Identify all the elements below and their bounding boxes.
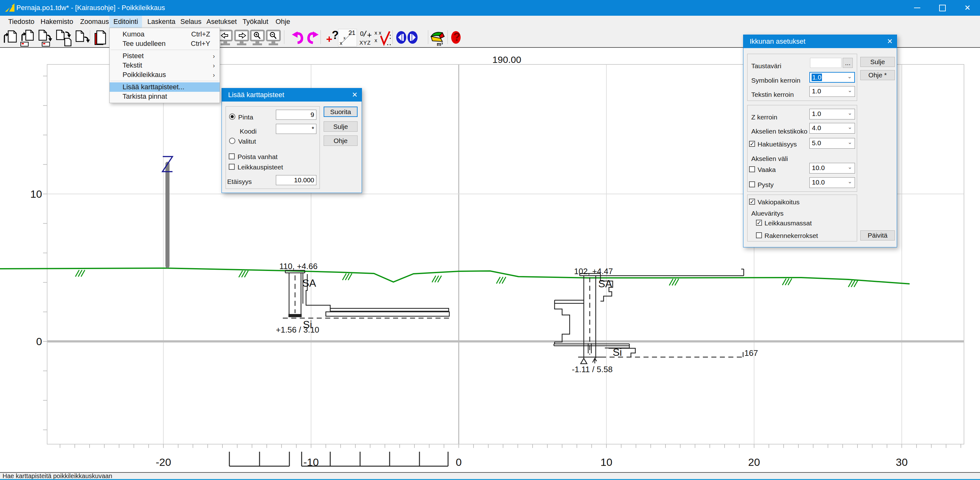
koodi-input[interactable]: * [276, 124, 317, 134]
akselien-tekstikoko-combo[interactable]: 4.0⌄ [810, 123, 855, 134]
submenu-arrow-icon: › [213, 70, 215, 80]
dialog-title[interactable]: Lisää karttapisteet [222, 88, 362, 102]
menu-item-tekstit[interactable]: Tekstit› [110, 61, 220, 70]
menu-työkalut[interactable]: Työkalut [239, 16, 272, 28]
svg-text:20: 20 [748, 456, 760, 468]
symbolin-kerroin-combo[interactable]: 1.0⌄ [810, 72, 855, 83]
xyz-coordinates-button[interactable]: 0 + XYZ [359, 30, 374, 46]
app-logo-icon [5, 3, 15, 14]
leikkausmassat-checkbox[interactable] [756, 220, 762, 226]
menu-item-poikkileikkaus[interactable]: Poikkileikkaus› [110, 70, 220, 80]
menu-zoomaus[interactable]: Zoomaus [76, 16, 113, 28]
volumes-button[interactable]: m³ [430, 30, 445, 46]
menu-item-tarkista-pinnat[interactable]: Tarkista pinnat [110, 92, 220, 101]
hakuetaisyys-combo[interactable]: 5.0⌄ [810, 138, 855, 149]
toolbar-separator [90, 30, 90, 44]
svg-text:190.00: 190.00 [492, 54, 521, 65]
open-file-button[interactable] [3, 30, 18, 46]
copy-file-button[interactable] [56, 30, 72, 46]
valitut-label: Valitut [238, 138, 256, 145]
undo-button[interactable] [291, 30, 306, 46]
vaaka-combo[interactable]: 10.0⌄ [810, 163, 855, 174]
background-color-swatch[interactable] [810, 58, 842, 68]
suorita-button[interactable]: Suorita [324, 107, 358, 117]
tekstin-kerroin-label: Tekstin kerroin [751, 91, 794, 98]
open-file-to-window-button[interactable] [19, 30, 35, 46]
sulje-button[interactable]: Sulje [324, 121, 358, 132]
help-button[interactable]: ? [449, 30, 465, 46]
vaaka-checkbox[interactable] [749, 166, 755, 172]
tolerance-icon: x x 21 [339, 29, 356, 46]
svg-text:SA: SA [302, 277, 316, 289]
menu-separator [111, 49, 219, 50]
zoom-out-button[interactable] [266, 30, 282, 46]
symbolin-kerroin-label: Symbolin kerroin [751, 77, 800, 84]
maximize-button[interactable] [930, 0, 955, 16]
menu-editointi[interactable]: Editointi [109, 16, 142, 28]
menu-item-kumoa[interactable]: KumoaCtrl+Z [110, 30, 220, 39]
svg-text:Si: Si [613, 346, 622, 358]
close-button[interactable]: ✕ [955, 0, 980, 16]
menu-item-pisteet[interactable]: Pisteet› [110, 51, 220, 61]
save-window-to-file-button[interactable] [38, 30, 53, 46]
menu-item-lis-karttapisteet[interactable]: Lisää karttapisteet... [110, 82, 220, 92]
menu-laskenta[interactable]: Laskenta [143, 16, 180, 28]
dialog-close-icon[interactable]: ✕ [883, 35, 897, 48]
menu-asetukset[interactable]: Asetukset [202, 16, 241, 28]
view-next-button[interactable] [234, 30, 250, 46]
dialog-close-icon[interactable]: ✕ [348, 88, 362, 102]
svg-text:-1.11 / 5.58: -1.11 / 5.58 [572, 365, 613, 374]
pysty-checkbox[interactable] [749, 181, 755, 187]
svg-text:10: 10 [600, 456, 612, 468]
rakennekerrokset-checkbox[interactable] [756, 232, 762, 238]
sulje-button[interactable]: Sulje [860, 57, 895, 67]
save-as-button[interactable] [75, 30, 91, 46]
check-points-icon: x x x [374, 30, 392, 46]
pinta-radio[interactable] [229, 113, 235, 120]
check-points-button[interactable]: x x x [374, 30, 390, 46]
leikkauspisteet-checkbox[interactable] [229, 164, 235, 170]
monitor-left-arrow-icon [218, 30, 234, 46]
menu-hakemisto[interactable]: Hakemisto [37, 16, 77, 28]
poista-vanhat-checkbox[interactable] [229, 153, 235, 159]
pinta-input[interactable]: 9 [276, 110, 317, 120]
color-picker-button[interactable]: ... [843, 58, 853, 68]
save-as-icon [75, 30, 91, 46]
valitut-radio[interactable] [229, 138, 235, 144]
app-window: { "window": { "title": "Pernaja.po1.tdw*… [0, 0, 980, 480]
aluevaritys-label: Alueväritys [751, 210, 784, 217]
paivita-button[interactable]: Päivitä [860, 230, 895, 241]
rakennekerrokset-label: Rakennekerrokset [764, 232, 818, 239]
vakiopaikoitus-checkbox[interactable] [749, 199, 755, 205]
dialog-title[interactable]: Ikkunan asetukset [743, 35, 897, 48]
menu-selaus[interactable]: Selaus [176, 16, 205, 28]
pinta-label: Pinta [238, 113, 253, 121]
point-tolerance-toggle[interactable]: x x 21 [338, 29, 357, 46]
svg-text:30: 30 [896, 456, 908, 468]
redo-button[interactable] [305, 30, 321, 46]
svg-text:?: ? [332, 30, 339, 41]
copy-file-icon [56, 30, 73, 46]
menu-tiedosto[interactable]: Tiedosto [4, 16, 39, 28]
next-section-button[interactable] [406, 30, 422, 46]
menu-separator [111, 81, 219, 81]
koodi-label: Koodi [240, 128, 257, 135]
menu-ohje[interactable]: Ohje [272, 16, 294, 28]
svg-text:x: x [344, 35, 345, 40]
ohje-button[interactable]: Ohje * [860, 70, 895, 80]
svg-text:x: x [340, 40, 342, 46]
pysty-combo[interactable]: 10.0⌄ [810, 177, 855, 188]
copy-drawing-button[interactable] [93, 30, 109, 46]
tekstin-kerroin-combo[interactable]: 1.0⌄ [810, 86, 855, 97]
editointi-menu-dropdown: KumoaCtrl+ZTee uudelleenCtrl+YPisteet›Te… [109, 28, 220, 103]
vakiopaikoitus-label: Vakiopaikoitus [757, 198, 800, 206]
title-bar[interactable]: Pernaja.po1.tdw* - [Kairausohje] - Poikk… [0, 0, 980, 16]
z-kerroin-combo[interactable]: 1.0⌄ [810, 109, 855, 120]
view-previous-button[interactable] [218, 30, 234, 46]
etaisyys-input[interactable]: 10.000 [276, 175, 317, 185]
hakuetaisyys-checkbox[interactable] [749, 141, 755, 147]
menu-item-tee-uudelleen[interactable]: Tee uudelleenCtrl+Y [110, 39, 220, 48]
zoom-in-button[interactable] [250, 30, 266, 46]
minimize-button[interactable] [905, 0, 930, 16]
ohje-button[interactable]: Ohje [324, 136, 358, 146]
